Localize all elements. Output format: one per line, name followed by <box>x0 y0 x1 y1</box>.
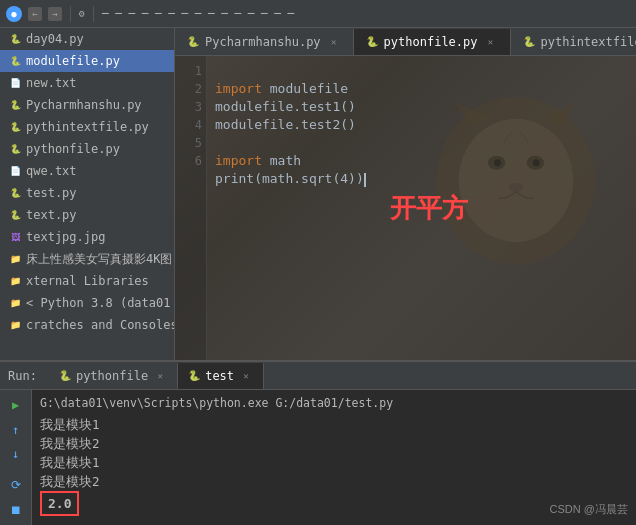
bottom-tab-bar: Run: 🐍 pythonfile ✕ 🐍 test ✕ <box>0 362 636 390</box>
gear-icon[interactable]: ⚙ <box>79 8 85 19</box>
top-bar: ● ← → ⚙ ─ ─ ─ ─ ─ ─ ─ ─ ─ ─ ─ ─ ─ ─ ─ <box>0 0 636 28</box>
code-line6: print(math.sqrt(4)) <box>215 171 364 186</box>
txt-file-icon: 📄 <box>8 76 22 90</box>
folder-icon: 📁 <box>8 318 22 332</box>
output-line-3: 我是模块1 <box>40 453 628 472</box>
sidebar-item-pythonfile[interactable]: 🐍 pythonfile.py <box>0 138 174 160</box>
sidebar-item-pycharm[interactable]: 🐍 Pycharmhanshu.py <box>0 94 174 116</box>
line-num-3: 3 <box>179 98 202 116</box>
jpg-file-icon: 🖼 <box>8 230 22 244</box>
editor-area: 🐍 Pycharmhanshu.py ✕ 🐍 pythonfile.py ✕ 🐍… <box>175 28 636 360</box>
tab-pycharmhanshu[interactable]: 🐍 Pycharmhanshu.py ✕ <box>175 29 354 55</box>
bottom-tab-pythonfile[interactable]: 🐍 pythonfile ✕ <box>49 363 178 389</box>
sidebar-item-text[interactable]: 🐍 text.py <box>0 204 174 226</box>
line-num-2: 2 <box>179 80 202 98</box>
run-up-btn[interactable]: ↑ <box>6 421 26 440</box>
code-math: math <box>270 153 301 168</box>
run-down-btn[interactable]: ↓ <box>6 445 26 464</box>
py-file-icon: 🐍 <box>8 208 22 222</box>
run-label: Run: <box>8 369 37 383</box>
py-file-icon: 🐍 <box>8 120 22 134</box>
app-icon: ● <box>6 6 22 22</box>
import-keyword-1: import <box>215 81 262 96</box>
py-file-icon: 🐍 <box>8 32 22 46</box>
sidebar-item-external-libraries[interactable]: 📁 xternal Libraries <box>0 270 174 292</box>
output-line-2: 我是模块2 <box>40 434 628 453</box>
sidebar-item-scratches[interactable]: 📁 cratches and Consoles <box>0 314 174 336</box>
toolbar-spacer: ─ ─ ─ ─ ─ ─ ─ ─ ─ ─ ─ ─ ─ ─ ─ <box>102 7 294 20</box>
sidebar-item-newtxt[interactable]: 📄 new.txt <box>0 72 174 94</box>
line-num-5: 5 <box>179 134 202 152</box>
sidebar-item-textjpg[interactable]: 🖼 textjpg.jpg <box>0 226 174 248</box>
kaipingfang-label: 开平方 <box>390 191 468 226</box>
tab-pythonfile[interactable]: 🐍 pythonfile.py ✕ <box>354 29 511 55</box>
sidebar-item-day04[interactable]: 🐍 day04.py <box>0 28 174 50</box>
sidebar-item-modulefile[interactable]: 🐍 modulefile.py <box>0 50 174 72</box>
import-keyword-2: import <box>215 153 262 168</box>
sidebar: 🐍 day04.py 🐍 modulefile.py 📄 new.txt 🐍 P… <box>0 28 175 360</box>
bottom-tab-close-1[interactable]: ✕ <box>153 369 167 383</box>
py-tab-icon: 🐍 <box>523 36 535 48</box>
run-panel: ▶ ↑ ↓ ⟳ ⏹ G:\data01\venv\Scripts\python.… <box>0 390 636 525</box>
back-btn[interactable]: ← <box>28 7 42 21</box>
result-container: 2.0 <box>40 491 628 516</box>
run-sidebar: ▶ ↑ ↓ ⟳ ⏹ <box>0 390 32 525</box>
tab-close-pythonfile[interactable]: ✕ <box>484 35 498 49</box>
output-line-4: 我是模块2 <box>40 472 628 491</box>
py-file-icon: 🐍 <box>8 186 22 200</box>
sidebar-item-qwe[interactable]: 📄 qwe.txt <box>0 160 174 182</box>
line-num-4: 4 <box>179 116 202 134</box>
py-tab-icon: 🐍 <box>187 36 199 48</box>
tab-pythintextfile[interactable]: 🐍 pythintextfile... ✕ <box>511 29 636 55</box>
py-bottom-icon: 🐍 <box>59 370 71 382</box>
main-layout: 🐍 day04.py 🐍 modulefile.py 📄 new.txt 🐍 P… <box>0 28 636 360</box>
separator2 <box>93 6 94 22</box>
py-bottom-icon2: 🐍 <box>188 370 200 382</box>
sidebar-item-image-folder[interactable]: 📁 床上性感美女写真摄影4K图 <box>0 248 174 270</box>
code-line3: modulefile.test2() <box>215 117 356 132</box>
txt-file-icon: 📄 <box>8 164 22 178</box>
line-num-1: 1 <box>179 62 202 80</box>
run-output: G:\data01\venv\Scripts\python.exe G:/dat… <box>32 390 636 525</box>
cursor <box>364 173 366 187</box>
py-file-icon: 🐍 <box>8 54 22 68</box>
run-play-btn[interactable]: ▶ <box>6 396 26 415</box>
bottom-tab-test[interactable]: 🐍 test ✕ <box>178 363 264 389</box>
py-tab-icon: 🐍 <box>366 36 378 48</box>
separator <box>70 6 71 22</box>
result-value: 2.0 <box>40 491 79 516</box>
run-rerun-btn[interactable]: ⟳ <box>6 476 26 495</box>
tab-close-pycharmhanshu[interactable]: ✕ <box>327 35 341 49</box>
sidebar-item-test[interactable]: 🐍 test.py <box>0 182 174 204</box>
line-num-6: 6 <box>179 152 202 170</box>
line-numbers: 1 2 3 4 5 6 <box>175 56 207 360</box>
code-modulefile: modulefile <box>270 81 348 96</box>
sidebar-item-pythintextfile[interactable]: 🐍 pythintextfile.py <box>0 116 174 138</box>
py-file-icon: 🐍 <box>8 98 22 112</box>
watermark: CSDN @冯晨芸 <box>550 502 628 517</box>
py-file-icon: 🐍 <box>8 142 22 156</box>
run-stop-btn[interactable]: ⏹ <box>6 500 26 519</box>
run-command: G:\data01\venv\Scripts\python.exe G:/dat… <box>40 394 628 413</box>
forward-btn[interactable]: → <box>48 7 62 21</box>
bottom-tab-close-2[interactable]: ✕ <box>239 369 253 383</box>
output-line-1: 我是模块1 <box>40 415 628 434</box>
code-line2: modulefile.test1() <box>215 99 356 114</box>
folder-icon: 📁 <box>8 296 22 310</box>
sidebar-item-python38[interactable]: 📁 < Python 3.8 (data01 <box>0 292 174 314</box>
tab-bar: 🐍 Pycharmhanshu.py ✕ 🐍 pythonfile.py ✕ 🐍… <box>175 28 636 56</box>
code-container: 开平方 1 2 3 4 5 6 import modulefile module… <box>175 56 636 360</box>
folder-icon: 📁 <box>8 252 22 266</box>
bottom-panel: Run: 🐍 pythonfile ✕ 🐍 test ✕ ▶ ↑ ↓ ⟳ ⏹ G… <box>0 360 636 525</box>
folder-icon: 📁 <box>8 274 22 288</box>
